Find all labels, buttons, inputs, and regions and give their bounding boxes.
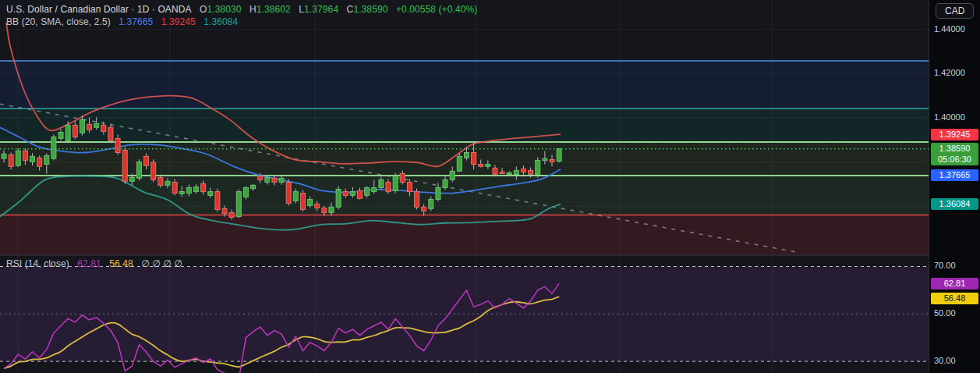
candle-body[interactable] bbox=[258, 176, 263, 179]
candle-body[interactable] bbox=[208, 192, 213, 196]
candle-body[interactable] bbox=[279, 178, 284, 182]
close-value: 1.38590 bbox=[353, 4, 387, 15]
candle-body[interactable] bbox=[521, 169, 525, 172]
candle-body[interactable] bbox=[51, 137, 56, 158]
candle-body[interactable] bbox=[315, 204, 320, 208]
candle-body[interactable] bbox=[272, 178, 277, 182]
candle-body[interactable] bbox=[201, 183, 206, 191]
candle-body[interactable] bbox=[365, 187, 370, 195]
axis-price-badge: 1.39245 bbox=[931, 129, 978, 140]
candle-body[interactable] bbox=[129, 177, 134, 181]
bb-legend-row[interactable]: BB (20, SMA, close, 2.5) 1.37665 1.39245… bbox=[6, 16, 238, 27]
candle-body[interactable] bbox=[144, 156, 149, 165]
candle-body[interactable] bbox=[343, 192, 348, 196]
candle-body[interactable] bbox=[500, 172, 504, 173]
candle-body[interactable] bbox=[222, 208, 227, 213]
candle-body[interactable] bbox=[358, 190, 363, 198]
symbol-title: U.S. Dollar / Canadian Dollar · 1D · OAN… bbox=[6, 4, 192, 15]
candle-body[interactable] bbox=[37, 158, 42, 166]
candle-body[interactable] bbox=[229, 212, 234, 217]
candle-body[interactable] bbox=[300, 194, 305, 210]
axis-price-badge: 1.37665 bbox=[931, 169, 978, 181]
candle-body[interactable] bbox=[386, 182, 391, 191]
candle-body[interactable] bbox=[58, 132, 63, 138]
candle-body[interactable] bbox=[329, 207, 334, 212]
candle-body[interactable] bbox=[73, 125, 77, 137]
candle-body[interactable] bbox=[372, 187, 377, 191]
candle-body[interactable] bbox=[80, 119, 84, 133]
rsi-axis-tick: 70.00 bbox=[934, 261, 956, 270]
rsi-legend-row[interactable]: RSI (14, close) 62.81 56.48 ∅ ∅ ∅ ∅ bbox=[6, 258, 182, 269]
candle-body[interactable] bbox=[493, 168, 497, 174]
candle-body[interactable] bbox=[44, 155, 49, 164]
candle-body[interactable] bbox=[286, 182, 291, 203]
candle-body[interactable] bbox=[115, 138, 120, 152]
candle-body[interactable] bbox=[450, 171, 455, 179]
candle-body[interactable] bbox=[172, 182, 177, 193]
candle-body[interactable] bbox=[215, 192, 220, 210]
candle-body[interactable] bbox=[265, 177, 270, 182]
candle-body[interactable] bbox=[94, 123, 99, 127]
candle-body[interactable] bbox=[543, 158, 547, 160]
last-price-badge: 1.3859005:06:30 bbox=[931, 143, 978, 165]
candle-body[interactable] bbox=[550, 160, 554, 162]
candle-body[interactable] bbox=[507, 173, 511, 175]
candle-body[interactable] bbox=[479, 164, 483, 166]
candle-body[interactable] bbox=[422, 207, 426, 211]
candle-body[interactable] bbox=[243, 187, 248, 197]
candle-body[interactable] bbox=[194, 187, 199, 192]
candle-body[interactable] bbox=[236, 192, 241, 217]
candle-body[interactable] bbox=[151, 162, 156, 179]
price-zone-band bbox=[0, 176, 929, 215]
candle-body[interactable] bbox=[9, 155, 13, 166]
candle-body[interactable] bbox=[443, 179, 448, 187]
candle-body[interactable] bbox=[472, 153, 476, 165]
candle-body[interactable] bbox=[251, 185, 256, 188]
candle-body[interactable] bbox=[536, 160, 540, 174]
candle-body[interactable] bbox=[101, 125, 106, 131]
candle-body[interactable] bbox=[407, 182, 412, 191]
candle-body[interactable] bbox=[457, 156, 462, 171]
candle-body[interactable] bbox=[186, 187, 191, 193]
high-label: H bbox=[249, 4, 256, 15]
candle-body[interactable] bbox=[65, 125, 70, 140]
candle-body[interactable] bbox=[16, 151, 20, 165]
candle-body[interactable] bbox=[122, 150, 127, 181]
currency-toggle-button[interactable]: CAD bbox=[936, 3, 974, 19]
candle-body[interactable] bbox=[308, 199, 313, 205]
price-axis-tick: 1.44000 bbox=[934, 24, 965, 34]
candle-body[interactable] bbox=[336, 189, 341, 207]
candle-body[interactable] bbox=[400, 173, 405, 182]
rsi-axis-tick: 50.00 bbox=[934, 308, 956, 318]
candle-body[interactable] bbox=[514, 170, 518, 174]
price-axis-tick: 1.40000 bbox=[934, 112, 965, 122]
candle-body[interactable] bbox=[436, 187, 440, 199]
candle-body[interactable] bbox=[108, 127, 113, 140]
candle-body[interactable] bbox=[557, 149, 561, 162]
chart-canvas[interactable] bbox=[0, 0, 929, 373]
candle-body[interactable] bbox=[379, 179, 384, 187]
candle-body[interactable] bbox=[322, 208, 327, 213]
candle-body[interactable] bbox=[350, 192, 355, 196]
candle-body[interactable] bbox=[23, 151, 27, 160]
candle-body[interactable] bbox=[415, 192, 419, 208]
candle-body[interactable] bbox=[30, 156, 35, 162]
candle-body[interactable] bbox=[158, 177, 163, 185]
rsi-axis-tick: 30.00 bbox=[934, 356, 956, 365]
candle-body[interactable] bbox=[486, 164, 490, 166]
candle-body[interactable] bbox=[429, 199, 433, 208]
candle-body[interactable] bbox=[529, 170, 533, 174]
candle-body[interactable] bbox=[393, 176, 398, 190]
candle-body[interactable] bbox=[2, 154, 6, 158]
candle-body[interactable] bbox=[165, 181, 170, 185]
change-value: +0.00558 (+0.40%) bbox=[396, 4, 477, 15]
candle-body[interactable] bbox=[87, 124, 92, 130]
candle-body[interactable] bbox=[464, 153, 469, 158]
candle-body[interactable] bbox=[293, 192, 298, 201]
symbol-legend-row[interactable]: U.S. Dollar / Canadian Dollar · 1D · OAN… bbox=[6, 4, 477, 15]
candle-body[interactable] bbox=[179, 192, 184, 194]
price-zone-band bbox=[0, 108, 929, 142]
rsi-empty-values: ∅ ∅ ∅ ∅ bbox=[141, 258, 182, 269]
candle-body[interactable] bbox=[136, 162, 141, 178]
price-axis[interactable]: CAD 1.440001.420001.4000070.0050.0030.00… bbox=[929, 0, 980, 373]
